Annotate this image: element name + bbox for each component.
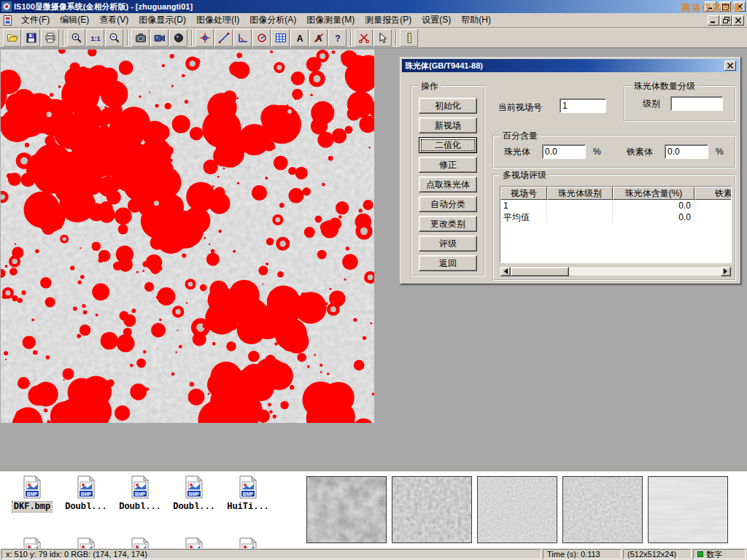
metallographic-image[interactable] xyxy=(1,50,374,423)
column-header[interactable]: 珠光体含量(%) xyxy=(613,187,694,200)
toolbar-separator xyxy=(191,30,193,46)
scroll-right-button[interactable] xyxy=(721,267,731,276)
operation-button-1[interactable]: 初始化 xyxy=(419,98,477,114)
operation-button-4[interactable]: 修正 xyxy=(419,157,477,173)
menu-item-1[interactable]: 文件(F) xyxy=(16,12,55,28)
table-horizontal-scrollbar[interactable] xyxy=(500,266,732,276)
measure-angle-button[interactable] xyxy=(233,29,252,47)
document-icon[interactable] xyxy=(3,15,13,26)
ferrite-percent-unit: % xyxy=(716,144,724,159)
table-cell xyxy=(694,200,732,211)
table-cell xyxy=(694,211,732,223)
operation-button-2[interactable]: 新视场 xyxy=(419,117,477,133)
pointer-button[interactable] xyxy=(374,29,392,47)
sample-thumbnail-4[interactable] xyxy=(562,476,643,543)
dialog-close-button[interactable] xyxy=(724,61,736,71)
menu-item-5[interactable]: 图像处理(I) xyxy=(191,12,244,28)
operation-button-5[interactable]: 点取珠光体 xyxy=(419,176,477,192)
actual-size-button[interactable]: 1:1 xyxy=(86,29,104,47)
menu-item-6[interactable]: 图像分析(A) xyxy=(244,12,301,28)
operation-button-6[interactable]: 自动分类 xyxy=(419,196,477,212)
save-button[interactable] xyxy=(22,29,40,47)
help-button[interactable]: ? xyxy=(328,29,347,47)
zoom-in-button[interactable] xyxy=(67,29,85,47)
operation-button-8[interactable]: 评级 xyxy=(419,236,477,252)
table-row[interactable]: 10.0 xyxy=(500,200,731,211)
operation-button-9[interactable]: 返回 xyxy=(419,255,477,271)
ferrite-percent-input[interactable] xyxy=(665,144,708,159)
sample-thumbnail-1[interactable] xyxy=(306,476,387,543)
time-panel: Time (s): 0.113 xyxy=(543,549,622,559)
file-item-partial[interactable]: BMP xyxy=(60,537,112,548)
file-item[interactable]: BMPDKF.bmp xyxy=(6,475,58,512)
column-header[interactable]: 珠光体级别 xyxy=(547,187,613,200)
menu-item-10[interactable]: 帮助(H) xyxy=(456,12,496,28)
title-bar[interactable]: IS100显微摄像系统(金相分析版) - [zhuguangti01] xyxy=(0,0,747,13)
file-item-partial[interactable]: BMP xyxy=(222,537,274,548)
camera-capture-button[interactable] xyxy=(131,29,150,47)
dialog-title-bar[interactable]: 珠光体(GB/T9441-88) xyxy=(402,59,739,72)
column-header[interactable]: 视场号 xyxy=(500,187,547,200)
delete-annotation-button[interactable]: A xyxy=(309,29,328,47)
grading-group: 珠光体数量分级 级别 xyxy=(624,85,736,122)
operation-button-3[interactable]: 二值化 xyxy=(419,137,477,153)
menu-item-2[interactable]: 编辑(E) xyxy=(55,12,94,28)
print-button[interactable] xyxy=(41,29,59,47)
multifield-table[interactable]: 视场号珠光体级别珠光体含量(%)铁素10.0平均值0.0 xyxy=(500,186,732,263)
file-name: Doubl... xyxy=(63,502,109,512)
measure-line-button[interactable] xyxy=(214,29,233,47)
file-item[interactable]: BMPHuiTi... xyxy=(222,475,274,512)
mdi-minimize-button[interactable] xyxy=(708,15,719,26)
svg-text:BMP: BMP xyxy=(243,491,254,497)
file-item-partial[interactable]: BMP xyxy=(168,537,220,548)
operation-button-7[interactable]: 更改类别 xyxy=(419,216,477,232)
snapshot-button[interactable] xyxy=(169,29,187,47)
menu-item-9[interactable]: 设置(S) xyxy=(417,12,456,28)
scroll-left-button[interactable] xyxy=(500,267,511,276)
calibration-ruler-button[interactable] xyxy=(400,29,418,47)
scrollbar-track[interactable] xyxy=(569,267,721,276)
pearlite-dialog: 珠光体(GB/T9441-88) 操作 初始化新视场二值化修正点取珠光体自动分类… xyxy=(400,57,741,284)
text-annotation-button[interactable]: A xyxy=(290,29,309,47)
measure-point-button[interactable] xyxy=(196,29,214,47)
video-preview-button[interactable] xyxy=(150,29,169,47)
ruler-icon xyxy=(403,32,415,44)
cut-button[interactable] xyxy=(355,29,373,47)
dialog-body: 操作 初始化新视场二值化修正点取珠光体自动分类更改类别评级返回 当前视场号 珠光… xyxy=(402,72,739,282)
zoom-out-button[interactable] xyxy=(105,29,123,47)
menu-item-4[interactable]: 图像显示(D) xyxy=(133,12,191,28)
pearlite-percent-input[interactable] xyxy=(542,144,586,159)
grid-button[interactable] xyxy=(271,29,290,47)
open-file-button[interactable] xyxy=(3,29,21,47)
sample-thumbnail-2[interactable] xyxy=(392,476,472,543)
file-item-partial[interactable]: BMP xyxy=(6,537,58,548)
sample-thumbnail-5[interactable] xyxy=(648,476,728,543)
menu-item-8[interactable]: 测量报告(P) xyxy=(360,12,417,28)
toolbar-separator xyxy=(350,30,352,46)
measure-circle-button[interactable] xyxy=(252,29,271,47)
table-row[interactable]: 平均值0.0 xyxy=(500,211,731,223)
operations-group: 操作 初始化新视场二值化修正点取珠光体自动分类更改类别评级返回 xyxy=(411,85,485,276)
file-item[interactable]: BMPDoubl... xyxy=(168,475,220,512)
scrollbar-thumb[interactable] xyxy=(511,267,569,276)
table-cell: 0.0 xyxy=(613,200,694,211)
one-to-one-icon: 1:1 xyxy=(90,32,101,44)
file-item[interactable]: BMPDoubl... xyxy=(60,475,112,512)
svg-text:BMP: BMP xyxy=(27,491,38,497)
file-item[interactable]: BMPDoubl... xyxy=(114,475,166,512)
circle-measure-icon xyxy=(256,32,268,44)
column-header[interactable]: 铁素 xyxy=(694,187,732,200)
level-label: 级别 xyxy=(643,96,660,111)
mdi-restore-button[interactable] xyxy=(720,15,732,26)
current-field-input[interactable] xyxy=(560,98,606,113)
sample-thumbnail-3[interactable] xyxy=(477,476,557,543)
lens-icon xyxy=(173,32,185,44)
file-item-partial[interactable]: BMP xyxy=(114,537,166,548)
menu-item-7[interactable]: 图像测量(M) xyxy=(301,12,360,28)
level-input[interactable] xyxy=(670,96,723,111)
image-size-panel: (512x512x24) xyxy=(623,549,692,559)
mdi-close-button[interactable] xyxy=(732,15,744,26)
letter-a-icon: A xyxy=(294,32,306,44)
menu-item-3[interactable]: 查看(V) xyxy=(94,12,133,28)
mdi-window-controls xyxy=(707,15,744,26)
